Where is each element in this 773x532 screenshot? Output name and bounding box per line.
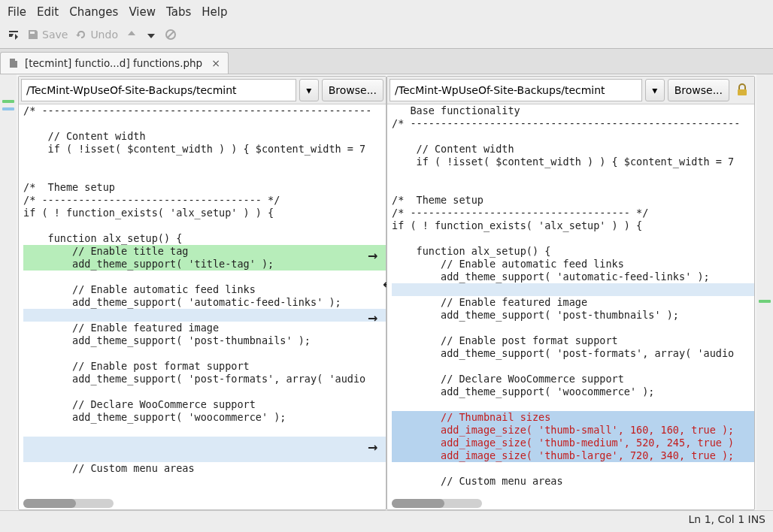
code-line[interactable]: /* -------------------------------------… bbox=[23, 104, 386, 117]
code-line[interactable]: function alx_setup() { bbox=[23, 232, 386, 245]
code-line[interactable]: Base functionality bbox=[392, 104, 754, 117]
code-line[interactable] bbox=[23, 219, 386, 232]
code-line[interactable] bbox=[392, 360, 754, 373]
code-line[interactable]: // Declare WooCommerce support bbox=[23, 398, 386, 411]
code-line[interactable] bbox=[23, 437, 386, 449]
open-button[interactable] bbox=[8, 29, 20, 41]
code-line[interactable] bbox=[23, 385, 386, 398]
menu-help[interactable]: Help bbox=[202, 5, 227, 19]
code-line[interactable] bbox=[392, 283, 754, 296]
tabstrip: [tecmint] functio...d] functions.php × bbox=[0, 49, 773, 74]
save-button[interactable]: Save bbox=[27, 29, 68, 41]
close-icon[interactable]: × bbox=[211, 57, 220, 69]
right-browse-button[interactable]: Browse... bbox=[668, 79, 729, 101]
code-line[interactable]: add_image_size( 'thumb-large', 720, 340,… bbox=[392, 449, 754, 462]
overview-ruler-left[interactable] bbox=[0, 74, 17, 510]
ruler-mark bbox=[2, 107, 14, 110]
undo-button[interactable]: Undo bbox=[75, 29, 118, 41]
code-line[interactable]: function alx_setup() { bbox=[392, 245, 754, 258]
menu-file[interactable]: File bbox=[8, 5, 26, 19]
left-code[interactable]: /* -------------------------------------… bbox=[19, 104, 386, 509]
code-line[interactable]: /* Theme setup bbox=[23, 181, 386, 194]
code-line[interactable]: add_theme_support( 'automatic-feed-links… bbox=[23, 296, 386, 309]
code-line[interactable]: add_theme_support( 'woocommerce' ); bbox=[23, 411, 386, 424]
lock-icon bbox=[735, 83, 749, 97]
code-line[interactable]: if ( ! function_exists( 'alx_setup' ) ) … bbox=[392, 219, 754, 232]
open-icon bbox=[8, 29, 20, 41]
code-line[interactable] bbox=[23, 117, 386, 130]
left-hscrollbar[interactable] bbox=[23, 499, 114, 508]
code-line[interactable]: // Content width bbox=[392, 143, 754, 156]
code-line[interactable]: // Enable featured image bbox=[392, 296, 754, 309]
code-line[interactable] bbox=[23, 168, 386, 181]
code-line[interactable] bbox=[392, 232, 754, 245]
stop-button[interactable] bbox=[165, 29, 177, 41]
menu-changes[interactable]: Changes bbox=[69, 5, 118, 19]
code-line[interactable] bbox=[23, 271, 386, 283]
left-pane-header: ▾ Browse... bbox=[19, 77, 386, 104]
code-line[interactable]: add_theme_support( 'automatic-feed-links… bbox=[392, 271, 754, 283]
code-line[interactable]: add_theme_support( 'post-thumbnails' ); bbox=[23, 334, 386, 347]
svg-rect-2 bbox=[738, 89, 747, 95]
right-path-input[interactable] bbox=[390, 79, 642, 101]
code-line[interactable]: if ( ! function_exists( 'alx_setup' ) ) … bbox=[23, 207, 386, 219]
code-line[interactable]: /* ------------------------------------ … bbox=[23, 194, 386, 207]
undo-label: Undo bbox=[90, 29, 118, 41]
code-line[interactable]: /* -------------------------------------… bbox=[392, 117, 754, 130]
code-line[interactable]: /* Theme setup bbox=[392, 194, 754, 207]
right-path-dropdown[interactable]: ▾ bbox=[645, 79, 665, 101]
code-line[interactable]: // Content width bbox=[23, 130, 386, 143]
left-pane: ▾ Browse... /* -------------------------… bbox=[18, 76, 386, 510]
scrollbar-thumb[interactable] bbox=[392, 499, 444, 508]
code-line[interactable] bbox=[23, 347, 386, 360]
code-line[interactable] bbox=[23, 309, 386, 322]
code-line[interactable]: if ( !isset( $content_width ) ) { $conte… bbox=[392, 156, 754, 168]
right-hscrollbar[interactable] bbox=[392, 499, 482, 508]
ruler-mark bbox=[2, 100, 14, 103]
code-line[interactable] bbox=[392, 322, 754, 334]
code-line[interactable]: // Custom menu areas bbox=[392, 475, 754, 488]
toolbar: Save Undo bbox=[0, 24, 773, 49]
left-path-dropdown[interactable]: ▾ bbox=[299, 79, 319, 101]
scrollbar-thumb[interactable] bbox=[23, 499, 76, 508]
menu-tabs[interactable]: Tabs bbox=[166, 5, 191, 19]
code-line[interactable] bbox=[392, 130, 754, 143]
code-line[interactable]: add_theme_support( 'woocommerce' ); bbox=[392, 385, 754, 398]
menu-view[interactable]: View bbox=[129, 5, 156, 19]
code-line[interactable]: add_theme_support( 'post-thumbnails' ); bbox=[392, 309, 754, 322]
left-browse-button[interactable]: Browse... bbox=[322, 79, 383, 101]
next-diff-button[interactable] bbox=[145, 29, 157, 41]
code-line[interactable]: add_image_size( 'thumb-medium', 520, 245… bbox=[392, 437, 754, 449]
code-line[interactable] bbox=[392, 181, 754, 194]
code-line[interactable]: // Enable post format support bbox=[23, 360, 386, 373]
code-line[interactable] bbox=[23, 156, 386, 168]
menu-edit[interactable]: Edit bbox=[37, 5, 59, 19]
code-line[interactable]: // Enable featured image bbox=[23, 322, 386, 334]
code-line[interactable]: // Enable post format support bbox=[392, 334, 754, 347]
code-line[interactable]: /* ------------------------------------ … bbox=[392, 207, 754, 219]
ruler-mark bbox=[759, 300, 771, 303]
code-line[interactable]: // Enable automatic feed links bbox=[23, 283, 386, 296]
left-path-input[interactable] bbox=[21, 79, 296, 101]
code-line[interactable]: // Declare WooCommerce support bbox=[392, 373, 754, 385]
code-line[interactable]: add_theme_support( 'post-formats', array… bbox=[392, 347, 754, 360]
arrow-up-icon bbox=[126, 29, 138, 41]
code-line[interactable]: add_image_size( 'thumb-small', 160, 160,… bbox=[392, 424, 754, 437]
overview-ruler-right[interactable] bbox=[756, 74, 773, 510]
code-line[interactable]: // Enable title tag bbox=[23, 245, 386, 258]
statusbar: Ln 1, Col 1 INS bbox=[0, 510, 773, 527]
code-line[interactable]: // Enable automatic feed links bbox=[392, 258, 754, 271]
right-code[interactable]: Base functionality/* -------------------… bbox=[387, 104, 754, 509]
prev-diff-button[interactable] bbox=[126, 29, 138, 41]
code-line[interactable] bbox=[23, 424, 386, 437]
code-line[interactable]: if ( !isset( $content_width ) ) { $conte… bbox=[23, 143, 386, 156]
tab-functions[interactable]: [tecmint] functio...d] functions.php × bbox=[0, 52, 229, 74]
code-line[interactable]: add_theme_support( 'title-tag' ); bbox=[23, 258, 386, 271]
code-line[interactable] bbox=[23, 449, 386, 462]
code-line[interactable] bbox=[392, 462, 754, 475]
code-line[interactable]: // Custom menu areas bbox=[23, 462, 386, 475]
code-line[interactable]: // Thumbnail sizes bbox=[392, 411, 754, 424]
code-line[interactable]: add_theme_support( 'post-formats', array… bbox=[23, 373, 386, 385]
code-line[interactable] bbox=[392, 168, 754, 181]
code-line[interactable] bbox=[392, 398, 754, 411]
